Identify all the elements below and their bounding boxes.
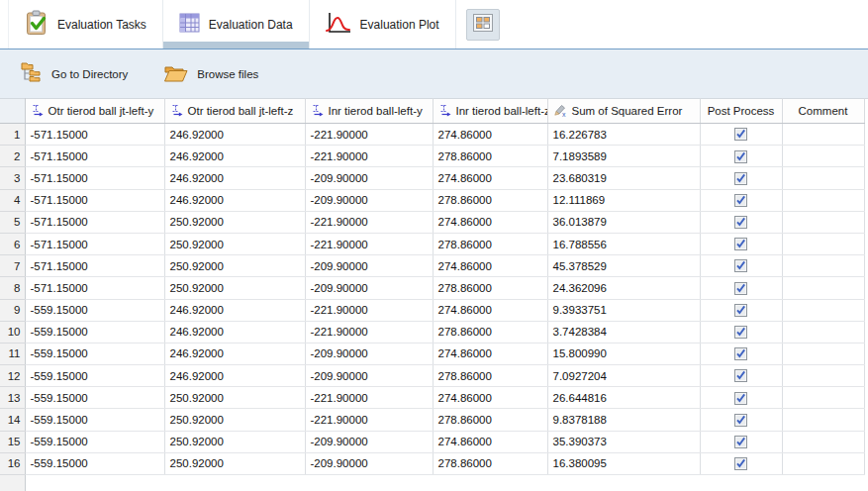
- grid-cell-otr-tierod-ball-jt-left-z[interactable]: 246.92000: [164, 299, 305, 321]
- grid-cell-inr-tierod-ball-left-y[interactable]: -221.90000: [305, 409, 433, 431]
- grid-cell-sum-of-squared-error[interactable]: 23.680319: [547, 167, 700, 189]
- comment-cell[interactable]: [782, 189, 864, 211]
- grid-cell-otr-tierod-ball-jt-left-z[interactable]: 246.92000: [164, 343, 305, 364]
- grid-cell-inr-tierod-ball-left-z[interactable]: 274.86000: [433, 124, 547, 146]
- post-process-checkbox[interactable]: [700, 409, 782, 431]
- grid-cell-sum-of-squared-error[interactable]: 9.3933751: [547, 299, 700, 321]
- grid-cell-inr-tierod-ball-left-y[interactable]: -209.90000: [305, 277, 433, 299]
- grid-cell-sum-of-squared-error[interactable]: 3.7428384: [547, 321, 700, 343]
- grid-cell-inr-tierod-ball-left-z[interactable]: 278.86000: [433, 146, 547, 167]
- tab-evaluation-plot[interactable]: Evaluation Plot: [310, 0, 456, 49]
- row-header[interactable]: 4: [0, 189, 25, 211]
- column-header-comment[interactable]: Comment: [782, 99, 864, 124]
- row-header[interactable]: 3: [0, 167, 25, 189]
- grid-cell-inr-tierod-ball-left-y[interactable]: -209.90000: [305, 167, 433, 189]
- comment-cell[interactable]: [782, 452, 864, 474]
- grid-cell-sum-of-squared-error[interactable]: 26.644816: [547, 387, 700, 409]
- grid-cell-otr-tierod-ball-jt-left-z[interactable]: 246.92000: [164, 124, 305, 146]
- grid-cell-otr-tierod-ball-jt-left-z[interactable]: 250.92000: [164, 409, 305, 431]
- grid-cell-otr-tierod-ball-jt-left-z[interactable]: 246.92000: [164, 365, 305, 387]
- grid-cell-otr-tierod-ball-jt-left-y[interactable]: -559.15000: [25, 321, 164, 343]
- grid-cell-inr-tierod-ball-left-z[interactable]: 278.86000: [433, 452, 547, 474]
- grid-cell-otr-tierod-ball-jt-left-y[interactable]: -559.15000: [25, 343, 164, 364]
- grid-cell-inr-tierod-ball-left-y[interactable]: -221.90000: [305, 124, 433, 146]
- grid-cell-otr-tierod-ball-jt-left-y[interactable]: -571.15000: [25, 277, 164, 299]
- row-header[interactable]: 12: [0, 365, 25, 387]
- row-header[interactable]: 9: [0, 299, 25, 321]
- grid-cell-otr-tierod-ball-jt-left-z[interactable]: 250.92000: [164, 233, 305, 254]
- grid-cell-inr-tierod-ball-left-y[interactable]: -209.90000: [305, 343, 433, 364]
- new-row-stub[interactable]: [0, 475, 25, 491]
- grid-cell-sum-of-squared-error[interactable]: 24.362096: [547, 277, 700, 299]
- comment-cell[interactable]: [782, 343, 864, 364]
- row-header[interactable]: 6: [0, 233, 25, 254]
- grid-cell-otr-tierod-ball-jt-left-y[interactable]: -571.15000: [25, 255, 164, 277]
- grid-cell-inr-tierod-ball-left-y[interactable]: -209.90000: [305, 431, 433, 452]
- grid-cell-otr-tierod-ball-jt-left-z[interactable]: 246.92000: [164, 146, 305, 167]
- row-header[interactable]: 13: [0, 387, 25, 409]
- row-header[interactable]: 2: [0, 146, 25, 167]
- grid-cell-sum-of-squared-error[interactable]: 35.390373: [547, 431, 700, 452]
- grid-cell-otr-tierod-ball-jt-left-y[interactable]: -559.15000: [25, 409, 164, 431]
- comment-cell[interactable]: [782, 124, 864, 146]
- grid-cell-inr-tierod-ball-left-z[interactable]: 274.86000: [433, 343, 547, 364]
- grid-cell-otr-tierod-ball-jt-left-y[interactable]: -571.15000: [25, 233, 164, 254]
- post-process-checkbox[interactable]: [700, 321, 782, 343]
- comment-cell[interactable]: [782, 233, 864, 254]
- grid-cell-inr-tierod-ball-left-z[interactable]: 274.86000: [433, 211, 547, 233]
- post-process-checkbox[interactable]: [700, 167, 782, 189]
- grid-cell-inr-tierod-ball-left-z[interactable]: 278.86000: [433, 189, 547, 211]
- grid-cell-otr-tierod-ball-jt-left-z[interactable]: 246.92000: [164, 189, 305, 211]
- post-process-checkbox[interactable]: [700, 452, 782, 474]
- grid-cell-inr-tierod-ball-left-y[interactable]: -221.90000: [305, 321, 433, 343]
- grid-cell-inr-tierod-ball-left-z[interactable]: 278.86000: [433, 277, 547, 299]
- go-to-directory-button[interactable]: Go to Directory: [20, 61, 128, 86]
- grid-cell-inr-tierod-ball-left-y[interactable]: -209.90000: [305, 255, 433, 277]
- grid-cell-inr-tierod-ball-left-y[interactable]: -221.90000: [305, 211, 433, 233]
- comment-cell[interactable]: [782, 409, 864, 431]
- comment-cell[interactable]: [782, 299, 864, 321]
- grid-cell-otr-tierod-ball-jt-left-y[interactable]: -559.15000: [25, 299, 164, 321]
- post-process-checkbox[interactable]: [700, 146, 782, 167]
- grid-layout-button[interactable]: [466, 9, 500, 41]
- row-header[interactable]: 10: [0, 321, 25, 343]
- grid-cell-inr-tierod-ball-left-z[interactable]: 278.86000: [433, 365, 547, 387]
- column-header-post-process[interactable]: Post Process: [700, 99, 782, 124]
- grid-cell-otr-tierod-ball-jt-left-y[interactable]: -559.15000: [25, 431, 164, 452]
- grid-cell-otr-tierod-ball-jt-left-y[interactable]: -559.15000: [25, 387, 164, 409]
- post-process-checkbox[interactable]: [700, 277, 782, 299]
- grid-cell-otr-tierod-ball-jt-left-y[interactable]: -571.15000: [25, 124, 164, 146]
- column-header-sum-of-squared-error[interactable]: xSum of Squared Error: [547, 99, 700, 124]
- row-header[interactable]: 5: [0, 211, 25, 233]
- grid-cell-inr-tierod-ball-left-z[interactable]: 278.86000: [433, 321, 547, 343]
- grid-cell-otr-tierod-ball-jt-left-y[interactable]: -571.15000: [25, 211, 164, 233]
- grid-cell-otr-tierod-ball-jt-left-y[interactable]: -571.15000: [25, 167, 164, 189]
- grid-cell-sum-of-squared-error[interactable]: 36.013879: [547, 211, 700, 233]
- grid-cell-otr-tierod-ball-jt-left-z[interactable]: 246.92000: [164, 167, 305, 189]
- post-process-checkbox[interactable]: [700, 211, 782, 233]
- post-process-checkbox[interactable]: [700, 387, 782, 409]
- comment-cell[interactable]: [782, 321, 864, 343]
- column-header-inr-tierod-ball-left-z[interactable]: Inr tierod ball-left-z: [433, 99, 547, 124]
- grid-cell-otr-tierod-ball-jt-left-z[interactable]: 250.92000: [164, 431, 305, 452]
- post-process-checkbox[interactable]: [700, 431, 782, 452]
- grid-cell-otr-tierod-ball-jt-left-y[interactable]: -559.15000: [25, 452, 164, 474]
- post-process-checkbox[interactable]: [700, 124, 782, 146]
- grid-cell-inr-tierod-ball-left-z[interactable]: 274.86000: [433, 299, 547, 321]
- grid-cell-inr-tierod-ball-left-z[interactable]: 274.86000: [433, 255, 547, 277]
- post-process-checkbox[interactable]: [700, 365, 782, 387]
- post-process-checkbox[interactable]: [700, 299, 782, 321]
- row-header[interactable]: 16: [0, 452, 25, 474]
- grid-cell-sum-of-squared-error[interactable]: 16.788556: [547, 233, 700, 254]
- grid-cell-inr-tierod-ball-left-z[interactable]: 274.86000: [433, 167, 547, 189]
- row-header[interactable]: 1: [0, 124, 25, 146]
- column-header-otr-tierod-ball-jt-left-z[interactable]: Otr tierod ball jt-left-z: [164, 99, 305, 124]
- comment-cell[interactable]: [782, 387, 864, 409]
- grid-cell-otr-tierod-ball-jt-left-y[interactable]: -571.15000: [25, 146, 164, 167]
- grid-cell-sum-of-squared-error[interactable]: 15.800990: [547, 343, 700, 364]
- grid-cell-sum-of-squared-error[interactable]: 45.378529: [547, 255, 700, 277]
- grid-cell-otr-tierod-ball-jt-left-z[interactable]: 250.92000: [164, 452, 305, 474]
- grid-cell-otr-tierod-ball-jt-left-y[interactable]: -571.15000: [25, 189, 164, 211]
- grid-cell-inr-tierod-ball-left-z[interactable]: 278.86000: [433, 233, 547, 254]
- row-header[interactable]: 11: [0, 343, 25, 364]
